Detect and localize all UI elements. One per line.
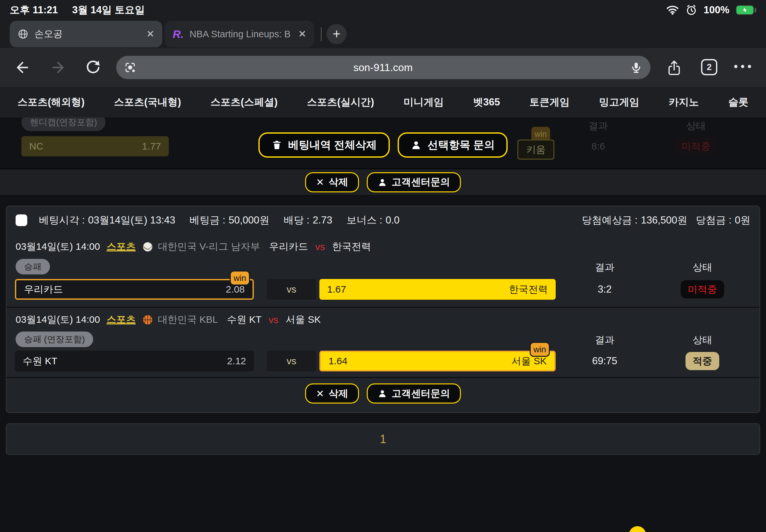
previous-card-footer: ✕ 삭제 고객센터문의 xyxy=(0,168,766,195)
main-nav: 스포츠(해외형)스포츠(국내형)스포츠(스페셜)스포츠(실시간)미니게임벳365… xyxy=(0,87,766,117)
bet-time-label: 베팅시각 : xyxy=(39,213,85,227)
away-odds: 1.67 xyxy=(327,284,346,295)
browser-toolbar: son-911.com 2 xyxy=(0,48,766,87)
home-team: 수원 KT xyxy=(23,355,57,368)
volleyball-icon xyxy=(142,241,153,252)
tab-close-icon[interactable]: ✕ xyxy=(146,29,154,39)
nav-item-0[interactable]: 스포츠(해외형) xyxy=(18,95,85,109)
overlay-actions: 베팅내역 전체삭제 선택항목 문의 xyxy=(0,132,766,158)
support-button[interactable]: 고객센터문의 xyxy=(367,172,461,192)
back-button[interactable] xyxy=(14,60,30,75)
away-selection-box: 1.64 서울 SK xyxy=(319,351,556,371)
match-datetime: 03월14일(토) 14:00 xyxy=(16,240,100,253)
match-category-link[interactable]: 스포츠 xyxy=(106,313,136,326)
bet-time-value: 03월14일(토) 13:43 xyxy=(88,213,175,227)
nav-item-5[interactable]: 벳365 xyxy=(473,95,500,109)
match-info: 03월14일(토) 14:00 스포츠 대한민국 V-리그 남자부 우리카드 v… xyxy=(16,240,371,253)
nav-item-7[interactable]: 밍고게임 xyxy=(599,95,639,109)
won-value: 0원 xyxy=(735,213,750,227)
result-header: 결과 xyxy=(576,333,634,347)
bet-card-footer: ✕ 삭제 고객센터문의 xyxy=(6,383,760,404)
alarm-icon xyxy=(686,4,697,16)
tab-close-icon[interactable]: ✕ xyxy=(298,29,306,39)
status-bar: 오후 11:21 3월 14일 토요일 100% xyxy=(0,0,766,20)
home-odds: 2.12 xyxy=(227,356,246,367)
nav-item-2[interactable]: 스포츠(스페셜) xyxy=(211,95,278,109)
delete-all-label: 베팅내역 전체삭제 xyxy=(288,138,377,152)
footer-divider xyxy=(6,377,760,378)
market-badge: 승패 (연장포함) xyxy=(16,332,93,347)
vs-box: vs xyxy=(267,351,316,371)
away-team: 한국전력 xyxy=(509,283,548,296)
site-favicon-icon: R. xyxy=(173,28,184,41)
match-vs: vs xyxy=(269,314,278,325)
nav-item-9[interactable]: 슬롯 xyxy=(728,95,748,109)
share-icon[interactable] xyxy=(666,60,682,76)
stake-label: 베팅금 : xyxy=(189,213,225,227)
home-odds: 2.08 xyxy=(226,284,245,295)
dim-result-header: 결과 xyxy=(569,119,627,133)
status-date: 3월 14일 토요일 xyxy=(72,3,145,17)
tab-nba-lineups[interactable]: R. NBA Starting Lineups: B ✕ xyxy=(165,21,314,47)
nav-item-3[interactable]: 스포츠(실시간) xyxy=(307,95,374,109)
match-home-name: 수원 KT xyxy=(227,313,261,326)
lens-icon[interactable] xyxy=(124,61,136,74)
close-icon: ✕ xyxy=(316,176,324,188)
delete-button[interactable]: ✕ 삭제 xyxy=(305,383,359,404)
support-label: 고객센터문의 xyxy=(392,387,450,400)
tab-sonogong[interactable]: 손오공 ✕ xyxy=(10,21,162,47)
close-icon: ✕ xyxy=(316,388,324,399)
inquire-selected-button[interactable]: 선택항목 문의 xyxy=(398,132,508,158)
delete-label: 삭제 xyxy=(329,175,348,189)
reload-button[interactable] xyxy=(85,60,101,75)
nav-item-4[interactable]: 미니게임 xyxy=(404,95,444,109)
nav-item-6[interactable]: 토큰게임 xyxy=(529,95,570,109)
delete-button[interactable]: ✕ 삭제 xyxy=(305,172,359,192)
floating-yellow-button[interactable] xyxy=(629,526,646,532)
match-league: 대한민국 V-리그 남자부 xyxy=(158,240,260,253)
agent-icon xyxy=(377,177,387,187)
nav-item-8[interactable]: 카지노 xyxy=(669,95,699,109)
url-bar[interactable]: son-911.com xyxy=(116,56,651,79)
match-datetime: 03월14일(토) 14:00 xyxy=(16,313,100,326)
home-selection-box: 우리카드 2.08 xyxy=(15,279,254,300)
expected-value: 136,500원 xyxy=(641,213,687,227)
home-team: 우리카드 xyxy=(24,283,63,296)
bonus-value: 0.0 xyxy=(386,214,400,226)
win-badge: win xyxy=(530,342,550,357)
nav-item-1[interactable]: 스포츠(국내형) xyxy=(114,95,181,109)
url-text[interactable]: son-911.com xyxy=(136,62,630,74)
globe-icon xyxy=(18,29,29,40)
tab-switcher-button[interactable]: 2 xyxy=(701,59,717,75)
status-header: 상태 xyxy=(663,333,741,347)
trash-icon xyxy=(271,139,282,151)
match-away-name: 서울 SK xyxy=(286,313,321,326)
expected-label: 당첨예상금 : xyxy=(582,213,638,227)
win-badge: win xyxy=(230,271,250,285)
dim-status-header: 상태 xyxy=(667,119,725,133)
agent-icon xyxy=(411,139,422,151)
vs-box: vs xyxy=(267,279,316,300)
status-header: 상태 xyxy=(663,261,741,274)
market-badge: 승패 xyxy=(16,259,50,274)
won-label: 당첨금 : xyxy=(696,213,732,227)
forward-button[interactable] xyxy=(51,60,66,75)
support-button[interactable]: 고객센터문의 xyxy=(367,383,461,404)
match-vs: vs xyxy=(315,241,325,252)
match-category-link[interactable]: 스포츠 xyxy=(106,240,136,253)
overflow-menu-icon[interactable] xyxy=(734,65,751,68)
delete-all-bets-button[interactable]: 베팅내역 전체삭제 xyxy=(258,132,390,158)
result-header: 결과 xyxy=(576,261,634,274)
bet-checkbox[interactable] xyxy=(16,214,27,226)
bet-card: 베팅시각 :03월14일(토) 13:43 베팅금 :50,000원 배당 :2… xyxy=(6,206,760,413)
status-badge: 적중 xyxy=(686,352,719,370)
match-divider xyxy=(6,307,760,308)
basketball-icon xyxy=(142,314,153,325)
home-selection-box: 수원 KT 2.12 xyxy=(15,351,254,371)
stake-value: 50,000원 xyxy=(228,213,269,227)
page-number[interactable]: 1 xyxy=(380,432,386,446)
new-tab-button[interactable]: + xyxy=(326,24,346,44)
mic-icon[interactable] xyxy=(630,61,643,74)
tab-separator xyxy=(321,27,322,42)
odds-label: 배당 : xyxy=(284,213,309,227)
